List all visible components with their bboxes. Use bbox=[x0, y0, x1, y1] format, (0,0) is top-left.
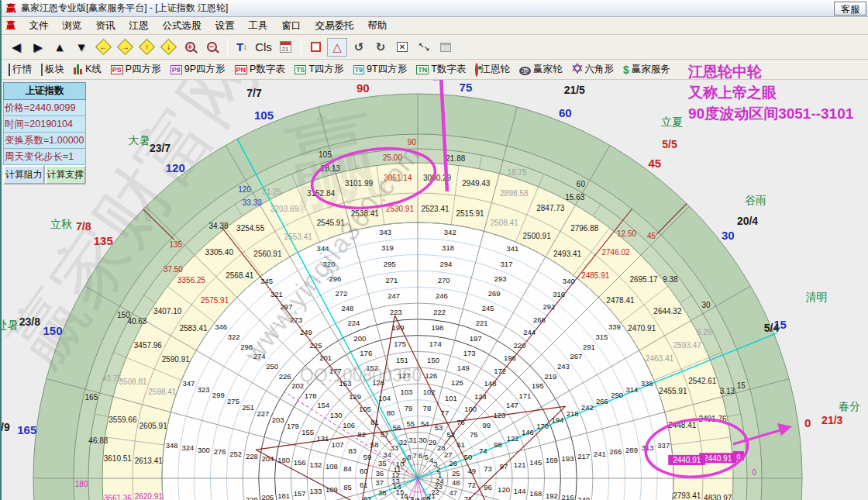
wheel-label: 121 bbox=[514, 460, 526, 469]
view-button-label: 赢家轮 bbox=[533, 63, 563, 76]
wheel-label: 120 bbox=[498, 485, 510, 494]
view-button-9P四方形[interactable]: P99P四方形 bbox=[168, 62, 228, 77]
step-down-icon[interactable]: ↓ bbox=[158, 38, 178, 57]
view-button-赢家服务[interactable]: $赢家服务 bbox=[621, 62, 673, 77]
wheel-label: 291 bbox=[583, 343, 595, 351]
wheel-label: 77 bbox=[441, 409, 450, 417]
view-button-江恩轮[interactable]: 江恩轮 bbox=[473, 62, 512, 77]
wheel-label: 4830.97 bbox=[704, 494, 732, 500]
center-cross-icon[interactable]: ↖↘ bbox=[414, 38, 434, 57]
rotate-left-step-icon[interactable]: ← bbox=[93, 38, 113, 57]
wheel-label: 156 bbox=[294, 458, 306, 467]
wheel-label: 276 bbox=[214, 447, 226, 456]
customer-service-button[interactable]: 客服 bbox=[834, 2, 866, 16]
wheel-label: 4 bbox=[429, 456, 433, 464]
wheel-label: 222 bbox=[433, 308, 446, 316]
wheel-label: 48 bbox=[452, 478, 460, 487]
view-button-T数字表[interactable]: TNT数字表 bbox=[414, 62, 468, 77]
wheel-label: 243 bbox=[557, 362, 570, 371]
wheel-label: 34 bbox=[383, 450, 391, 459]
wheel-label: 12.50 bbox=[617, 229, 636, 238]
wheel-label: 341 bbox=[507, 244, 519, 253]
info-row-3: 周天变化步长=1 bbox=[3, 149, 86, 165]
view-button-板块[interactable]: 板块 bbox=[39, 62, 67, 77]
wheel-label: 2949.43 bbox=[462, 179, 491, 188]
step-up-icon[interactable]: ↑ bbox=[136, 38, 157, 57]
toolbar-separator bbox=[227, 39, 228, 56]
wheel-label: 75 bbox=[460, 81, 473, 94]
view-button-赢家轮[interactable]: Big赢家轮 bbox=[517, 62, 565, 77]
view-button-label: P数字表 bbox=[250, 63, 285, 76]
zoom-out-icon[interactable]: − bbox=[202, 38, 222, 57]
calc-resistance-button[interactable]: 计算阻力 bbox=[3, 165, 45, 184]
rotate-right-step-icon[interactable]: → bbox=[115, 38, 135, 57]
quote-info-panel: 上证指数 价格=2440.9099时间=20190104变换系数=1.00000… bbox=[3, 82, 86, 184]
board-icon[interactable] bbox=[436, 38, 456, 57]
wheel-label: 314 bbox=[625, 385, 638, 394]
info-row-0: 价格=2440.9099 bbox=[3, 100, 86, 116]
wheel-label: 53 bbox=[435, 423, 443, 432]
menu-item-0[interactable]: 文件 bbox=[22, 19, 56, 33]
calc-support-button[interactable]: 计算支撑 bbox=[45, 165, 87, 184]
wheel-label: 8/9 bbox=[2, 421, 10, 433]
title-bar: 赢 赢家江恩专业版[赢家服务平台] - [上证指数 江恩轮] 客服 bbox=[2, 0, 868, 17]
wheel-label: 2553.41 bbox=[284, 233, 313, 241]
menu-item-9[interactable]: 帮助 bbox=[361, 19, 394, 33]
rotate-ccw-icon[interactable]: ↺ bbox=[349, 38, 369, 57]
triangle-tool-icon[interactable]: △ bbox=[327, 38, 347, 57]
wheel-label: 201 bbox=[319, 353, 332, 362]
wheel-label: 149 bbox=[457, 364, 470, 372]
menu-item-5[interactable]: 设置 bbox=[208, 19, 242, 33]
close-box-icon[interactable]: ✕ bbox=[392, 38, 412, 57]
view-button-P数字表[interactable]: PNP数字表 bbox=[232, 62, 288, 77]
wheel-label: 49 bbox=[468, 467, 477, 475]
next-icon[interactable]: ▶ bbox=[28, 38, 48, 57]
wheel-label: 246 bbox=[436, 291, 448, 300]
wheel-label: 83 bbox=[348, 447, 356, 455]
quote-grid-icon bbox=[9, 64, 10, 75]
prev-icon[interactable]: ◀ bbox=[6, 38, 26, 57]
gann-wheel-canvas[interactable]: 1234567891011121314151617181920212223242… bbox=[2, 80, 868, 500]
wheel-label: 108 bbox=[326, 462, 338, 471]
t-updown-icon[interactable]: T↕ bbox=[232, 38, 252, 57]
wheel-label: 30 bbox=[701, 301, 711, 309]
wheel-label: 267 bbox=[570, 352, 582, 360]
menu-item-8[interactable]: 交易委托 bbox=[308, 19, 361, 33]
view-button-行情[interactable]: 行情 bbox=[6, 62, 34, 77]
wheel-label: 37.50 bbox=[164, 265, 183, 274]
rotate-cw-icon[interactable]: ↻ bbox=[370, 38, 391, 57]
wheel-label: 155 bbox=[301, 428, 314, 436]
zoom-in-icon[interactable]: + bbox=[180, 38, 200, 57]
menu-item-3[interactable]: 江恩 bbox=[122, 19, 156, 33]
menu-item-7[interactable]: 窗口 bbox=[275, 19, 308, 33]
menu-item-6[interactable]: 工具 bbox=[242, 19, 275, 33]
menu-item-2[interactable]: 资讯 bbox=[89, 19, 122, 33]
wheel-label: 248 bbox=[341, 304, 353, 312]
wheel-label: 223 bbox=[390, 308, 402, 316]
view-button-label: P四方形 bbox=[126, 63, 161, 76]
kline-icon bbox=[74, 64, 83, 74]
wheel-label: 147 bbox=[506, 401, 518, 409]
down-icon[interactable]: ▼ bbox=[71, 38, 91, 57]
blocks-icon bbox=[41, 64, 43, 75]
wheel-label: 2598.41 bbox=[148, 388, 177, 396]
view-button-P四方形[interactable]: PSP四方形 bbox=[108, 62, 164, 77]
wheel-label: 2620.91 bbox=[135, 492, 164, 500]
cls-button[interactable]: Cls bbox=[253, 38, 274, 57]
wheel-label: 268 bbox=[533, 316, 546, 324]
instrument-name: 上证指数 bbox=[3, 82, 86, 100]
square-tool-icon[interactable] bbox=[305, 38, 326, 57]
wheel-label: 20/4 bbox=[737, 215, 758, 227]
view-button-9T四方形[interactable]: T99T四方形 bbox=[351, 62, 410, 77]
menu-item-4[interactable]: 公式选股 bbox=[156, 19, 208, 33]
view-button-T四方形[interactable]: TST四方形 bbox=[292, 62, 346, 77]
wheel-label: 123 bbox=[493, 411, 505, 419]
wheel-label: 71 bbox=[464, 495, 473, 500]
calendar-icon[interactable]: 21 bbox=[275, 38, 295, 57]
menu-item-1[interactable]: 浏览 bbox=[56, 19, 89, 33]
wheel-label: 271 bbox=[385, 276, 398, 284]
view-button-K线[interactable]: K线 bbox=[71, 62, 104, 77]
wheel-label: 322 bbox=[228, 333, 240, 341]
view-button-六角形[interactable]: 六角形 bbox=[570, 62, 617, 77]
up-icon[interactable]: ▲ bbox=[50, 38, 70, 57]
